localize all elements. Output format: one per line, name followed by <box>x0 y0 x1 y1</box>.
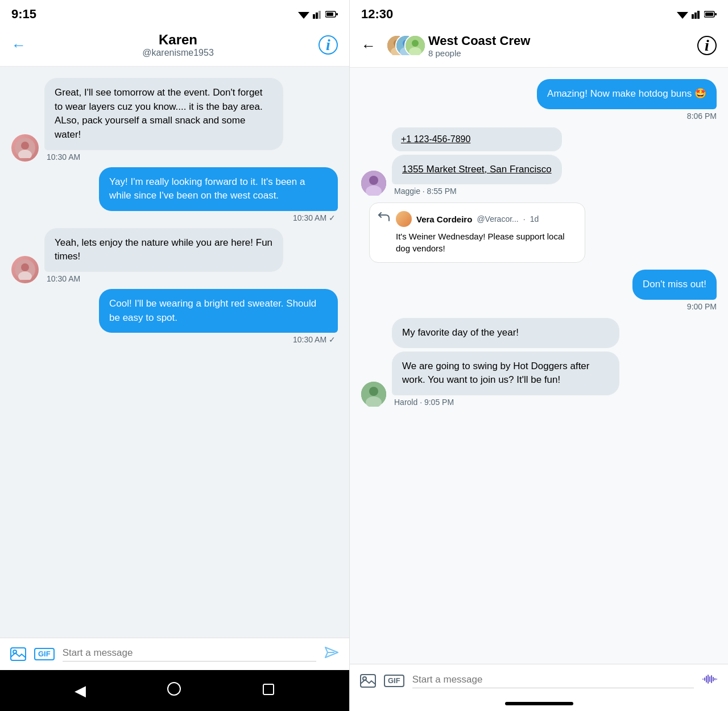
right-message-time-4: 9:00 PM <box>687 302 717 311</box>
right-message-time-1: 8:06 PM <box>687 111 717 121</box>
tweet-age: · <box>523 214 526 224</box>
svg-point-33 <box>412 40 419 47</box>
svg-rect-18 <box>263 684 274 695</box>
header-right: ← <box>350 26 728 68</box>
svg-marker-19 <box>677 12 688 19</box>
info-button-left[interactable]: i <box>318 35 338 55</box>
battery-icon-right <box>704 11 717 18</box>
gif-button-left[interactable]: GIF <box>34 648 55 661</box>
message-row-1: Great, I'll see tomorrow at the event. D… <box>11 78 338 162</box>
home-nav-button[interactable] <box>167 681 181 700</box>
sent-wrap-1: Amazing! Now make hotdog buns 🤩 8:06 PM <box>537 79 717 121</box>
svg-rect-13 <box>11 648 26 660</box>
svg-point-11 <box>21 263 29 271</box>
bubble-wrap-3: Yeah, lets enjoy the nature while you ar… <box>44 228 283 283</box>
status-bar-right: 12:30 <box>350 0 728 26</box>
maggie-phone-bubble: +1 123-456-7890 <box>392 127 562 151</box>
time-text-2: 10:30 AM ✓ <box>293 213 336 222</box>
time-right: 12:30 <box>361 7 393 22</box>
harold-row: My favorite day of the year! We are goin… <box>361 318 717 407</box>
message-input-left[interactable] <box>63 647 316 662</box>
karen-avatar-image-2 <box>15 259 35 280</box>
recents-nav-button[interactable] <box>262 682 275 700</box>
message-bubble-4: Cool! I'll be wearing a bright red sweat… <box>99 289 338 333</box>
status-icons-right <box>677 10 717 19</box>
retweet-icon <box>378 212 390 226</box>
signal-icon <box>313 10 322 19</box>
bubble-wrap-1: Great, I'll see tomorrow at the event. D… <box>44 78 283 162</box>
svg-point-17 <box>168 683 180 695</box>
right-message-row-2: +1 123-456-7890 1355 Market Street, San … <box>361 127 717 196</box>
harold-avatar-image <box>361 382 386 407</box>
message-row-4: Cool! I'll be wearing a bright red sweat… <box>11 289 338 344</box>
group-avatar-3 <box>404 35 426 56</box>
messages-area-right: Amazing! Now make hotdog buns 🤩 8:06 PM … <box>350 68 728 664</box>
tweet-author-handle: @Veracor... <box>477 214 518 224</box>
maggie-msg-time: 8:55 PM <box>427 187 457 196</box>
message-row-2: Yay! I'm really looking forward to it. I… <box>11 167 338 222</box>
svg-rect-2 <box>316 13 318 19</box>
harold-message-group: My favorite day of the year! We are goin… <box>361 318 717 407</box>
back-button-right[interactable]: ← <box>361 37 376 55</box>
group-avatars <box>386 32 420 59</box>
voice-button-right[interactable] <box>702 672 718 689</box>
wifi-icon-right <box>677 10 688 19</box>
tweet-avatar <box>396 211 412 227</box>
message-bubble-2: Yay! I'm really looking forward to it. I… <box>99 167 338 211</box>
status-bar-left: 9:15 <box>0 0 349 26</box>
tweet-card: Vera Cordeiro @Veracor... · 1d It's Wein… <box>369 202 585 263</box>
harold-bubble-2: We are going to swing by Hot Doggers aft… <box>392 352 619 395</box>
maggie-sender-name: Maggie <box>394 187 420 196</box>
svg-marker-0 <box>298 12 309 19</box>
gif-button-right[interactable]: GIF <box>384 675 404 688</box>
back-button-left[interactable]: ← <box>11 36 26 54</box>
battery-icon <box>325 11 338 18</box>
message-bubble-1: Great, I'll see tomorrow at the event. D… <box>44 78 283 150</box>
info-button-right[interactable]: i <box>697 36 717 55</box>
svg-rect-41 <box>361 675 375 687</box>
message-input-right[interactable] <box>412 674 694 688</box>
right-message-bubble-4: Don't miss out! <box>632 270 717 300</box>
svg-rect-3 <box>318 11 321 19</box>
maggie-avatar-image <box>361 171 386 196</box>
karen-avatar <box>11 134 39 162</box>
username-left: Karen <box>38 32 318 48</box>
message-time-3: 10:30 AM <box>44 274 283 283</box>
group-members: 8 people <box>428 48 689 58</box>
maggie-address-text: 1355 Market Street, San Francisco <box>402 164 552 175</box>
svg-rect-22 <box>697 11 700 19</box>
voice-waveform-icon <box>702 672 718 686</box>
home-indicator-right <box>505 702 573 705</box>
harold-avatar <box>361 382 386 407</box>
harold-time: Harold · 9:05 PM <box>392 398 619 407</box>
image-button-left[interactable] <box>10 647 26 661</box>
svg-rect-6 <box>336 13 338 15</box>
left-chat-panel: 9:15 ← Karen @karenisme1953 i <box>0 0 350 711</box>
handle-left: @karenisme1953 <box>38 48 318 58</box>
forward-arrow-icon <box>378 212 390 224</box>
send-button-left[interactable] <box>324 646 339 662</box>
karen-avatar-2 <box>11 256 39 283</box>
harold-sender-name: Harold <box>394 398 417 407</box>
image-button-right[interactable] <box>360 674 376 688</box>
right-message-row-1: Amazing! Now make hotdog buns 🤩 8:06 PM <box>361 79 717 121</box>
harold-received-wrap: My favorite day of the year! We are goin… <box>392 318 619 407</box>
svg-rect-1 <box>313 14 315 19</box>
message-row-3: Yeah, lets enjoy the nature while you ar… <box>11 228 338 283</box>
back-nav-button[interactable]: ◀ <box>75 682 86 700</box>
input-bar-right: GIF <box>350 664 728 697</box>
time-left: 9:15 <box>11 7 36 22</box>
svg-point-8 <box>21 142 29 150</box>
right-message-bubble-1: Amazing! Now make hotdog buns 🤩 <box>537 79 717 109</box>
maggie-received-wrap: +1 123-456-7890 1355 Market Street, San … <box>392 127 562 196</box>
maggie-address-bubble: 1355 Market Street, San Francisco <box>392 155 562 185</box>
tweet-content: Vera Cordeiro @Veracor... · 1d It's Wein… <box>396 211 577 254</box>
wifi-icon <box>298 10 309 19</box>
right-message-row-4: Don't miss out! 9:00 PM <box>361 270 717 311</box>
tweet-card-row: Vera Cordeiro @Veracor... · 1d It's Wein… <box>361 202 717 263</box>
group-name: West Coast Crew <box>428 34 689 48</box>
send-icon-left <box>324 646 339 659</box>
svg-rect-25 <box>715 13 717 15</box>
harold-bubble-1: My favorite day of the year! <box>392 318 619 348</box>
maggie-avatar <box>361 171 386 196</box>
